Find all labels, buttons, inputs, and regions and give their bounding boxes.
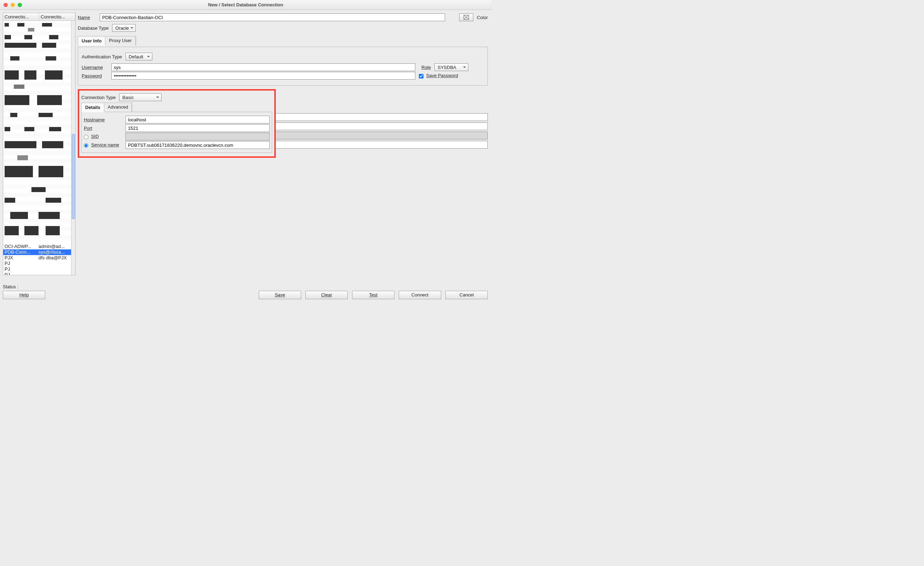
port-label: Port: [84, 126, 122, 131]
connections-list[interactable]: Connectio... Connectio...: [3, 13, 76, 275]
window-controls: [3, 3, 22, 7]
tab-details[interactable]: Details: [82, 103, 104, 112]
list-item-selected[interactable]: PDB-Conn... sys@//loca...: [3, 249, 71, 255]
service-radio[interactable]: Service name: [84, 142, 122, 148]
save-button[interactable]: Save: [259, 291, 301, 299]
dialog-window: New / Select Database Connection Connect…: [0, 0, 491, 301]
titlebar: New / Select Database Connection: [0, 0, 491, 10]
help-button[interactable]: Help: [3, 291, 45, 299]
port-field[interactable]: [126, 124, 270, 132]
list-item[interactable]: OCI-ADWP... admin@ad...: [3, 244, 71, 249]
user-tabs: User Info Proxy User: [78, 36, 136, 45]
color-button[interactable]: [459, 14, 473, 21]
list-item[interactable]: PJ: [3, 261, 71, 266]
cancel-button[interactable]: Cancel: [446, 291, 488, 299]
conn-type-select[interactable]: Basic: [119, 93, 162, 101]
tab-advanced[interactable]: Advanced: [104, 103, 132, 112]
connection-type-highlight: Connection Type Basic Details Advanced H…: [78, 89, 276, 158]
close-icon[interactable]: [3, 3, 8, 7]
detail-tabs: Details Advanced: [81, 102, 132, 112]
dbtype-label: Database Type: [78, 26, 108, 31]
tab-proxy-user[interactable]: Proxy User: [105, 36, 135, 45]
save-password-checkbox[interactable]: Save Password: [419, 73, 458, 78]
footer: Help Save Clear Test Connect Cancel: [3, 291, 488, 299]
window-title: New / Select Database Connection: [0, 2, 491, 8]
zoom-icon[interactable]: [18, 3, 22, 7]
name-field[interactable]: [100, 14, 445, 21]
sid-radio[interactable]: SID: [84, 134, 122, 139]
auth-label: Authentication Type: [82, 54, 122, 59]
password-label: Password: [82, 73, 108, 78]
password-field[interactable]: [111, 72, 416, 80]
minimize-icon[interactable]: [10, 3, 15, 7]
username-field[interactable]: [111, 63, 416, 71]
connections-panel: Connectio... Connectio...: [3, 13, 76, 281]
crossed-square-icon: [464, 15, 469, 20]
conn-type-label: Connection Type: [81, 95, 116, 100]
name-label: Name: [78, 15, 96, 20]
dbtype-select[interactable]: Oracle: [112, 24, 135, 32]
role-select[interactable]: SYSDBA: [434, 63, 468, 71]
list-item[interactable]: PJ: [3, 272, 71, 275]
status-label: Status :: [3, 284, 18, 289]
color-label: Color: [477, 15, 488, 20]
redacted-rows: [3, 21, 71, 244]
test-button[interactable]: Test: [352, 291, 394, 299]
auth-select[interactable]: Default: [126, 53, 152, 60]
hostname-field[interactable]: [126, 116, 270, 123]
column-header-details[interactable]: Connectio...: [39, 13, 75, 21]
form-panel: Name Color Database Type Oracle User Inf…: [78, 13, 488, 281]
connect-button[interactable]: Connect: [399, 291, 441, 299]
clear-button[interactable]: Clear: [305, 291, 348, 299]
scrollbar[interactable]: [71, 21, 75, 275]
list-item[interactable]: PJ: [3, 266, 71, 272]
tab-user-info[interactable]: User Info: [78, 37, 105, 46]
scrollbar-thumb[interactable]: [72, 134, 75, 219]
role-label: Role: [419, 65, 431, 70]
sid-field: [126, 132, 270, 140]
username-label: Username: [82, 65, 108, 70]
service-field[interactable]: [126, 141, 270, 149]
column-header-name[interactable]: Connectio...: [3, 13, 39, 21]
list-item[interactable]: PJX dfs dba@PJX: [3, 255, 71, 261]
hostname-label: Hostname: [84, 117, 122, 122]
